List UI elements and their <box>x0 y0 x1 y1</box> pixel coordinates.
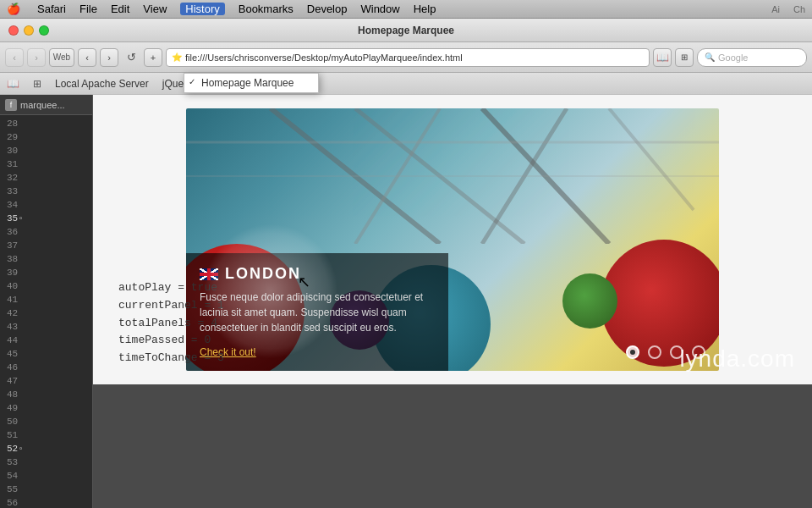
line-30: 30 <box>0 144 92 157</box>
line-37: 37 <box>0 239 92 252</box>
line-49: 49 <box>0 401 92 415</box>
new-tab-button[interactable]: + <box>144 48 162 67</box>
line-31: 31 <box>0 157 92 171</box>
url-bar-wrapper: ⭐ file:///Users/chrisconverse/Desktop/my… <box>166 48 807 67</box>
url-bar[interactable]: ⭐ file:///Users/chrisconverse/Desktop/my… <box>166 48 650 67</box>
dot-1[interactable] <box>626 345 639 359</box>
minimize-button[interactable] <box>24 25 34 36</box>
line-36: 36 <box>0 225 92 239</box>
tab-group: Web <box>49 48 74 67</box>
ceiling-structure <box>186 108 719 244</box>
menu-file[interactable]: File <box>80 3 97 15</box>
line-41: 41 <box>0 293 92 306</box>
line-35: 35◦ <box>0 212 92 225</box>
line-52: 52◦ <box>0 442 92 456</box>
close-button[interactable] <box>8 25 19 36</box>
title-bar: Homepage Marquee <box>0 19 812 42</box>
line-32: 32 <box>0 171 92 185</box>
line-34: 34 <box>0 198 92 212</box>
line-38: 38 <box>0 252 92 266</box>
window-title: Homepage Marquee <box>358 25 454 36</box>
search-bar[interactable]: 🔍 Google <box>697 48 807 67</box>
search-placeholder: Google <box>718 52 748 63</box>
line-44: 44 <box>0 334 92 347</box>
line-56: 56 <box>0 496 92 508</box>
history-item-homepage-marquee[interactable]: Homepage Marquee <box>184 74 318 92</box>
debug-panel: autoPlay = true currentPanel = 1 totalPa… <box>118 279 224 367</box>
forward-button[interactable]: › <box>27 48 46 67</box>
back-tab-button[interactable]: ‹ <box>78 48 96 67</box>
main-browser-area: LONDON Fusce neque dolor adipiscing sed … <box>93 95 812 508</box>
reload-button[interactable]: ↺ <box>122 48 140 67</box>
back-icon: ‹ <box>13 52 16 63</box>
sidebar-tab-label: marquee... <box>20 100 65 110</box>
dot-2[interactable] <box>648 345 661 359</box>
debug-autoplay: autoPlay = true <box>118 279 224 297</box>
line-53: 53 <box>0 456 92 469</box>
adobe-icon: Ai <box>771 4 780 14</box>
menu-develop[interactable]: Develop <box>307 3 348 15</box>
file-icon: f <box>5 99 17 111</box>
line-33: 33 <box>0 185 92 198</box>
line-47: 47 <box>0 374 92 388</box>
debug-current-panel: currentPanel = 1 <box>118 297 224 315</box>
back-button[interactable]: ‹ <box>5 48 24 67</box>
menu-view[interactable]: View <box>143 3 167 15</box>
menu-edit[interactable]: Edit <box>111 3 129 15</box>
toolbar: ‹ › Web ‹ › ↺ + ⭐ file:///Users/chriscon… <box>0 42 812 73</box>
grid-icon: ⊞ <box>33 78 41 90</box>
menu-history[interactable]: History <box>180 3 224 15</box>
forward-tab-button[interactable]: › <box>100 48 118 67</box>
city-description: Fusce neque dolor adipiscing sed consect… <box>200 290 435 335</box>
green-circle <box>562 273 617 329</box>
line-51: 51 <box>0 428 92 442</box>
traffic-lights <box>8 25 49 36</box>
apple-menu[interactable]: 🍎 <box>7 3 20 15</box>
line-28: 28 <box>0 117 92 130</box>
line-54: 54 <box>0 469 92 483</box>
bookmark-button[interactable]: 📖 <box>653 48 672 67</box>
line-29: 29 <box>0 130 92 144</box>
line-40: 40 <box>0 279 92 293</box>
mac-menu-bar: 🍎 Safari File Edit View History Bookmark… <box>0 0 812 19</box>
history-dropdown: Homepage Marquee <box>184 73 319 93</box>
city-name: LONDON <box>225 265 301 283</box>
browser-window: Homepage Marquee ‹ › Web ‹ › ↺ + ⭐ file:… <box>0 19 812 508</box>
menu-window[interactable]: Window <box>360 3 399 15</box>
line-46: 46 <box>0 361 92 374</box>
forward-icon: › <box>35 52 38 63</box>
sidebar-tab: f marquee... <box>0 95 92 115</box>
marquee-slider: LONDON Fusce neque dolor adipiscing sed … <box>186 108 719 371</box>
grid-view-button[interactable]: ⊞ <box>675 48 694 67</box>
line-42: 42 <box>0 306 92 320</box>
url-text: file:///Users/chrisconverse/Desktop/myAu… <box>185 52 463 63</box>
content-area: f marquee... 28 29 30 31 32 33 34 35◦ 36… <box>0 95 812 508</box>
uk-flag-icon <box>200 268 218 280</box>
debug-time-to-change: timeToChange = 3 <box>118 350 224 367</box>
menu-safari[interactable]: Safari <box>37 3 66 15</box>
bookmarks-icon: 📖 <box>7 78 19 90</box>
lynda-watermark: lynda.com <box>679 345 795 373</box>
line-45: 45 <box>0 347 92 361</box>
sidebar: f marquee... 28 29 30 31 32 33 34 35◦ 36… <box>0 95 93 508</box>
lock-icon: ⭐ <box>172 52 182 62</box>
debug-total-panels: totalPanels = 4 <box>118 315 224 333</box>
line-39: 39 <box>0 266 92 279</box>
line-50: 50 <box>0 415 92 428</box>
maximize-button[interactable] <box>39 25 49 36</box>
marquee-image: LONDON Fusce neque dolor adipiscing sed … <box>186 108 719 371</box>
menu-bookmarks[interactable]: Bookmarks <box>239 3 294 15</box>
debug-time-passed: timePassed = 0 <box>118 332 224 350</box>
svg-line-5 <box>609 108 694 210</box>
plus-icon: + <box>151 52 156 63</box>
line-55: 55 <box>0 483 92 496</box>
line-43: 43 <box>0 320 92 334</box>
bookmark-local-apache[interactable]: Local Apache Server <box>55 78 149 90</box>
chevron-left-icon: ‹ <box>85 52 89 63</box>
bookmarks-bar: 📖 ⊞ Local Apache Server jQuery Aptana <box>0 73 812 95</box>
city-overlay: LONDON Fusce neque dolor adipiscing sed … <box>186 253 448 371</box>
menu-help[interactable]: Help <box>414 3 436 15</box>
reload-icon: ↺ <box>127 51 136 64</box>
chevron-right-icon: › <box>107 52 111 63</box>
line-48: 48 <box>0 388 92 401</box>
